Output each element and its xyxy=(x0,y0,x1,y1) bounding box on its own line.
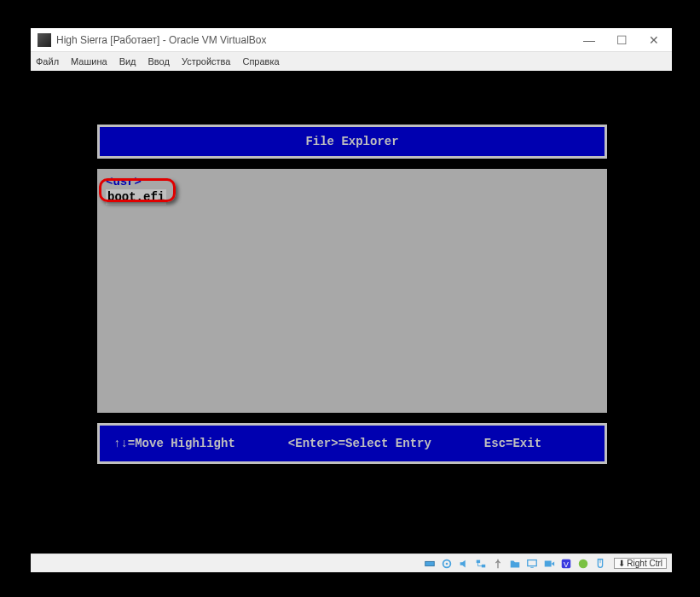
maximize-button[interactable]: ☐ xyxy=(614,33,629,47)
usb-icon[interactable] xyxy=(491,558,505,570)
vrde-icon[interactable]: V xyxy=(559,558,573,570)
menubar: Файл Машина Вид Ввод Устройства Справка xyxy=(31,52,672,71)
guestadditions-icon[interactable] xyxy=(576,558,590,570)
audio-icon[interactable] xyxy=(457,558,471,570)
svg-rect-0 xyxy=(425,561,435,565)
network-icon[interactable] xyxy=(474,558,488,570)
efi-hint-move: ↑↓=Move Highlight xyxy=(113,437,235,450)
menu-help[interactable]: Справка xyxy=(242,56,279,67)
virtualbox-icon xyxy=(38,33,51,47)
window-controls: — ☐ ✕ xyxy=(581,33,665,47)
keyboard-icon: ⬇ xyxy=(618,559,625,568)
menu-input[interactable]: Ввод xyxy=(148,56,170,67)
efi-entry-usr[interactable]: <usr> xyxy=(106,174,142,189)
svg-rect-5 xyxy=(528,559,537,565)
menu-devices[interactable]: Устройства xyxy=(182,56,231,67)
menu-file[interactable]: Файл xyxy=(36,56,59,67)
statusbar: V ⬇ Right Ctrl xyxy=(31,554,672,572)
optical-disk-icon[interactable] xyxy=(440,558,454,570)
minimize-button[interactable]: — xyxy=(581,33,597,47)
recording-icon[interactable] xyxy=(542,558,556,570)
mouse-integration-icon[interactable] xyxy=(593,558,607,570)
virtualbox-window: High Sierra [Работает] - Oracle VM Virtu… xyxy=(31,28,672,572)
svg-point-2 xyxy=(446,562,448,565)
svg-text:V: V xyxy=(564,559,569,568)
display-icon[interactable] xyxy=(525,558,539,570)
host-key-label: Right Ctrl xyxy=(627,559,662,568)
window-title: High Sierra [Работает] - Oracle VM Virtu… xyxy=(56,34,581,46)
svg-rect-3 xyxy=(477,559,480,563)
menu-machine[interactable]: Машина xyxy=(71,56,107,67)
efi-hint-select: <Enter>=Select Entry xyxy=(288,437,431,450)
efi-footer: ↑↓=Move Highlight <Enter>=Select Entry E… xyxy=(97,423,607,464)
close-button[interactable]: ✕ xyxy=(646,33,662,47)
vm-viewport[interactable]: File Explorer <usr> boot.efi ↑↓=Move Hig… xyxy=(31,71,672,554)
shared-folders-icon[interactable] xyxy=(508,558,522,570)
svg-point-9 xyxy=(579,559,588,568)
efi-hint-exit: Esc=Exit xyxy=(484,437,541,450)
hard-disk-icon[interactable] xyxy=(423,558,437,570)
efi-file-list[interactable]: <usr> boot.efi xyxy=(97,169,607,413)
efi-title: File Explorer xyxy=(305,135,398,148)
host-key-indicator[interactable]: ⬇ Right Ctrl xyxy=(614,558,667,569)
efi-entry-boot[interactable]: boot.efi xyxy=(106,189,166,205)
efi-header: File Explorer xyxy=(97,125,607,159)
efi-screen: File Explorer <usr> boot.efi ↑↓=Move Hig… xyxy=(31,71,672,554)
titlebar[interactable]: High Sierra [Работает] - Oracle VM Virtu… xyxy=(31,28,672,52)
svg-rect-6 xyxy=(545,560,552,566)
menu-view[interactable]: Вид xyxy=(119,56,136,67)
